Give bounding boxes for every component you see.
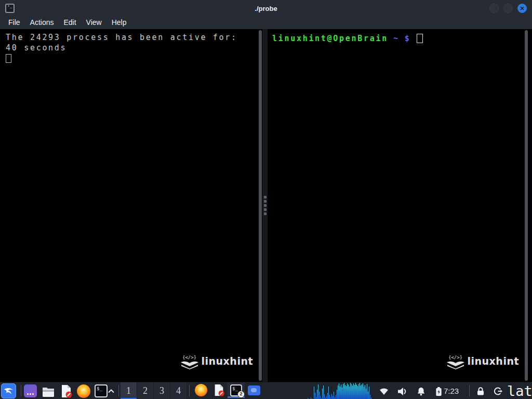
image-viewer-icon [248, 385, 260, 395]
code-brackets-icon: {</>} [448, 355, 462, 360]
terminal-app-icon [5, 4, 15, 13]
menu-view[interactable]: View [86, 18, 102, 26]
launcher-firefox[interactable] [76, 384, 90, 398]
separator [469, 385, 470, 396]
chevron-up-button[interactable] [107, 384, 116, 398]
launcher-desktop[interactable] [23, 384, 37, 398]
prompt-symbol: $ [405, 34, 411, 43]
minimize-button[interactable] [489, 4, 499, 13]
menu-bar: File Actions Edit View Help [0, 17, 532, 29]
separator [118, 385, 119, 396]
shell-prompt: linuxhint@OpenBrain~$ [268, 29, 524, 44]
launcher-text-editor[interactable] [59, 384, 73, 398]
document-icon [212, 384, 225, 396]
menu-edit[interactable]: Edit [63, 18, 76, 26]
launcher-file-manager[interactable] [41, 384, 55, 398]
logout-icon [493, 387, 502, 396]
app-menu-button[interactable] [1, 383, 16, 398]
code-brackets-icon: {</>} [182, 355, 196, 360]
window-count-badge: 2 [237, 391, 245, 398]
terminal-area: The 24293 process has been active for: 4… [0, 29, 532, 382]
window-controls: ✕ [489, 4, 527, 13]
bell-icon [417, 387, 425, 396]
wifi-icon [379, 388, 389, 395]
terminal-icon: $_ 2 [230, 384, 242, 396]
lock-icon [476, 387, 485, 396]
folder-icon [42, 384, 55, 398]
workspace-4[interactable]: 4 [170, 382, 187, 399]
taskbar-window-editor[interactable] [210, 382, 227, 398]
document-icon [59, 384, 73, 398]
separator [21, 385, 21, 396]
close-button[interactable]: ✕ [517, 4, 527, 13]
watermark-label: linuxhint [468, 356, 519, 369]
pane-divider[interactable] [262, 29, 268, 382]
linuxhint-watermark: {</>} linuxhint [446, 355, 519, 369]
kali-dragon-icon [3, 385, 15, 397]
prompt-user-host: linuxhint@OpenBrain [272, 34, 388, 43]
workspace-2[interactable]: 2 [137, 382, 154, 399]
terminal-cursor [417, 34, 423, 43]
terminal-output-line: The 24293 process has been active for: [6, 32, 256, 43]
watermark-label: linuxhint [202, 356, 253, 369]
logout-button[interactable] [493, 386, 503, 396]
taskbar: $_ 1 2 3 4 $_ 2 [0, 382, 532, 399]
tray-notifications[interactable] [416, 386, 426, 396]
firefox-icon [195, 384, 207, 396]
window-icon [24, 384, 37, 397]
taskbar-clock[interactable]: 7:23 [444, 382, 459, 399]
linuxhint-watermark: {</>} linuxhint [180, 355, 253, 369]
menu-file[interactable]: File [8, 18, 20, 26]
open-book-icon [180, 361, 199, 369]
taskbar-window-viewer[interactable] [245, 382, 262, 398]
desktop-screen: ./probe ✕ File Actions Edit View Help Th… [0, 0, 532, 399]
terminal-icon: $_ [95, 384, 108, 397]
tray-network[interactable] [379, 386, 389, 396]
speaker-icon [397, 387, 407, 396]
menu-help[interactable]: Help [112, 18, 127, 26]
firefox-icon [77, 384, 90, 398]
prompt-path: ~ [393, 34, 400, 43]
separator [189, 385, 190, 396]
maximize-button[interactable] [503, 4, 513, 13]
window-edge [528, 29, 532, 382]
divider-grip-icon [264, 196, 267, 215]
terminal-cursor [6, 54, 11, 63]
battery-icon [435, 387, 443, 396]
tray-volume[interactable] [397, 386, 407, 396]
chevron-up-icon [108, 389, 114, 393]
open-book-icon [446, 361, 465, 369]
audio-visualizer [305, 382, 372, 399]
terminal-pane-left[interactable]: The 24293 process has been active for: 4… [0, 29, 258, 382]
left-pane-scrollbar[interactable] [258, 29, 262, 382]
terminal-output-line: 40 seconds [6, 43, 256, 53]
workspace-switcher: 1 2 3 4 [121, 382, 187, 399]
window-title: ./probe [0, 5, 532, 12]
window-titlebar[interactable]: ./probe ✕ [0, 0, 532, 17]
lock-screen-button[interactable] [475, 386, 486, 396]
terminal-pane-right[interactable]: linuxhint@OpenBrain~$ {</>} linuxhint [268, 29, 524, 382]
taskbar-window-terminal[interactable]: $_ 2 [228, 382, 245, 398]
taskbar-window-firefox[interactable] [192, 382, 209, 398]
right-pane-scrollbar[interactable] [524, 29, 528, 382]
workspace-1[interactable]: 1 [121, 382, 137, 399]
launcher-terminal[interactable]: $_ [94, 384, 108, 398]
menu-actions[interactable]: Actions [30, 18, 54, 26]
workspace-3[interactable]: 3 [154, 382, 170, 399]
terminal-output: The 24293 process has been active for: 4… [0, 29, 258, 63]
status-text: lat [507, 382, 532, 399]
tray-battery[interactable] [433, 386, 444, 396]
